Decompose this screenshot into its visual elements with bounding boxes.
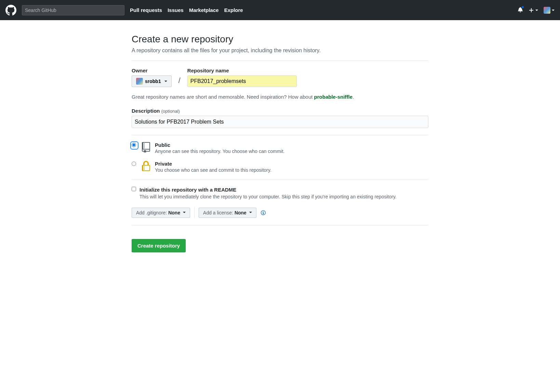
init-readme-checkbox[interactable] [132, 187, 136, 191]
public-radio-wrap [132, 143, 137, 148]
main-content: Create a new repository A repository con… [126, 20, 434, 266]
vertical-separator [194, 207, 195, 218]
license-select-button[interactable]: Add a license: None [199, 208, 256, 218]
plus-icon [529, 8, 534, 13]
user-menu-dropdown[interactable] [544, 7, 555, 14]
search-input[interactable] [22, 5, 124, 15]
repo-name-label: Repository name [187, 68, 297, 73]
global-header: Pull requests Issues Marketplace Explore [0, 0, 560, 20]
nav-pull-requests[interactable]: Pull requests [130, 7, 162, 13]
name-suggestion-link[interactable]: probable-sniffle [314, 94, 353, 100]
nav-marketplace[interactable]: Marketplace [189, 7, 219, 13]
divider [132, 135, 428, 135]
avatar [544, 7, 550, 14]
avatar [136, 78, 143, 85]
init-readme-desc: This will let you immediately clone the … [139, 193, 397, 200]
create-repository-button[interactable]: Create repository [132, 239, 186, 252]
private-radio-wrap [132, 162, 137, 167]
chevron-down-icon [552, 10, 555, 12]
chevron-down-icon [535, 10, 538, 12]
private-desc: You choose who can see and commit to thi… [155, 167, 271, 173]
repo-name-field: Repository name [187, 68, 297, 87]
repo-icon [141, 142, 151, 153]
nav-explore[interactable]: Explore [224, 7, 243, 13]
path-separator: / [178, 76, 181, 87]
page-title: Create a new repository [132, 34, 428, 45]
create-new-dropdown[interactable] [529, 8, 538, 13]
gitignore-prefix: Add .gitignore: [136, 210, 168, 215]
visibility-private-row: Private You choose who can see and commi… [132, 161, 428, 173]
license-value: None [235, 210, 246, 215]
private-radio[interactable] [132, 162, 136, 166]
owner-select-button[interactable]: srobb1 [132, 75, 172, 87]
public-desc: Anyone can see this repository. You choo… [155, 149, 285, 154]
chevron-down-icon [183, 212, 186, 214]
description-label-text: Description [132, 108, 160, 114]
chevron-down-icon [164, 81, 167, 83]
divider [132, 225, 428, 225]
repo-name-input[interactable] [187, 75, 297, 87]
visibility-public-row: Public Anyone can see this repository. Y… [132, 142, 428, 154]
notification-indicator [521, 5, 524, 9]
public-title: Public [155, 142, 285, 148]
description-optional-text: (optional) [161, 109, 180, 114]
license-prefix: Add a license: [203, 210, 235, 215]
info-icon[interactable] [261, 210, 266, 215]
init-readme-row: Initialize this repository with a README… [132, 187, 428, 200]
divider [132, 60, 428, 61]
options-row: Add .gitignore: None Add a license: None [132, 207, 428, 218]
hint-suffix: . [352, 94, 354, 100]
chevron-down-icon [249, 212, 252, 214]
init-readme-title: Initialize this repository with a README [139, 187, 397, 193]
page-subtitle: A repository contains all the files for … [132, 47, 428, 54]
private-title: Private [155, 161, 271, 167]
owner-label: Owner [132, 68, 172, 73]
repo-name-hint: Great repository names are short and mem… [132, 94, 428, 100]
github-logo-icon[interactable] [5, 5, 16, 16]
gitignore-value: None [168, 210, 180, 215]
nav-issues[interactable]: Issues [168, 7, 184, 13]
public-radio[interactable] [132, 143, 136, 147]
notifications-button[interactable] [518, 7, 523, 13]
gitignore-select-button[interactable]: Add .gitignore: None [132, 208, 190, 218]
owner-name: srobb1 [145, 79, 161, 84]
divider [132, 180, 428, 180]
primary-nav: Pull requests Issues Marketplace Explore [130, 7, 243, 13]
lock-icon [141, 161, 151, 172]
description-label: Description (optional) [132, 108, 428, 114]
description-input[interactable] [132, 116, 428, 128]
hint-text: Great repository names are short and mem… [132, 94, 314, 100]
owner-field: Owner srobb1 [132, 68, 172, 87]
